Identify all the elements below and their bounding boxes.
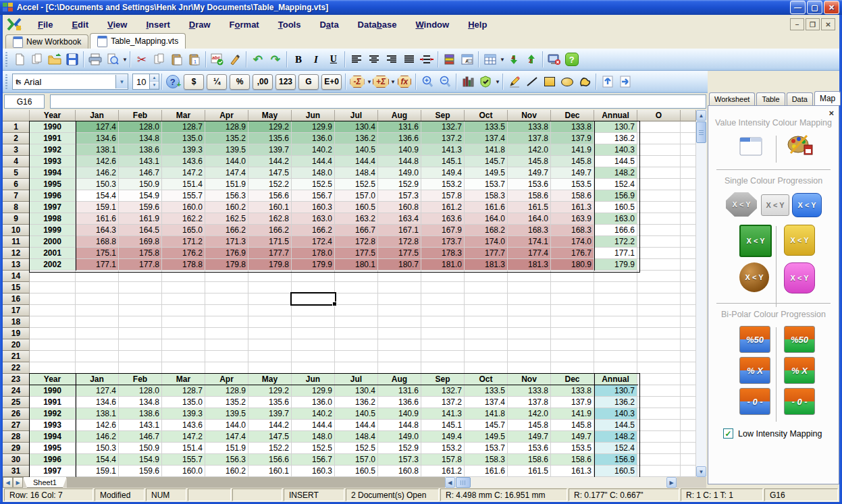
cell-value[interactable]: 149.4	[421, 431, 465, 443]
cell-year[interactable]: 1996	[30, 454, 76, 466]
cell-value[interactable]: 178.0	[292, 248, 335, 259]
cell-empty[interactable]	[508, 362, 551, 374]
cell-empty[interactable]	[508, 271, 551, 282]
paste-special-icon[interactable]: 1	[186, 51, 203, 67]
cell-empty[interactable]	[378, 316, 421, 328]
cell-value[interactable]: 159.1	[76, 202, 119, 213]
row-header-22[interactable]: 22	[3, 362, 30, 374]
cell-empty[interactable]	[681, 328, 696, 339]
bipolar-green-x-button[interactable]: % X	[784, 357, 815, 384]
cell-value[interactable]: 162.8	[248, 213, 292, 225]
cell-value[interactable]: 141.9	[551, 408, 594, 420]
cell-empty[interactable]	[292, 328, 335, 339]
cell-empty[interactable]	[637, 156, 681, 167]
cell-value[interactable]: 147.4	[205, 167, 248, 179]
cell-value[interactable]: 145.8	[551, 156, 594, 167]
cell-value[interactable]: 138.6	[119, 144, 162, 156]
cell-year[interactable]: 1991	[30, 397, 76, 408]
cell-empty[interactable]	[508, 282, 551, 293]
cell-annual[interactable]: 166.6	[594, 225, 637, 236]
cell-value[interactable]: 151.9	[205, 179, 248, 190]
cell-value[interactable]: 136.2	[335, 133, 378, 144]
cell-value[interactable]: 146.2	[76, 431, 119, 443]
validation-icon-dropdown-icon[interactable]: ▼	[495, 79, 500, 85]
cell-empty[interactable]	[637, 385, 681, 397]
cell-value[interactable]: 149.5	[465, 167, 508, 179]
cell-value[interactable]: 137.4	[465, 397, 508, 408]
cell-empty[interactable]	[119, 282, 162, 293]
scroll-right-icon[interactable]: ▶	[666, 477, 677, 488]
cell-empty[interactable]	[637, 420, 681, 431]
cell-empty[interactable]	[119, 305, 162, 316]
cell-empty[interactable]	[30, 282, 76, 293]
menu-edit[interactable]: Edit	[62, 17, 98, 32]
doc-close-button[interactable]: ✕	[821, 18, 835, 30]
cell-value[interactable]: 129.9	[292, 385, 335, 397]
cell-annual[interactable]: 156.9	[594, 454, 637, 466]
cell-empty[interactable]	[292, 293, 335, 305]
cell-empty[interactable]	[248, 351, 292, 362]
cell-value[interactable]: 154.9	[119, 190, 162, 202]
cell-value[interactable]: 156.3	[205, 190, 248, 202]
cell-year[interactable]: 1992	[30, 144, 76, 156]
cell-value[interactable]: 146.7	[119, 431, 162, 443]
cell-value[interactable]: 133.8	[508, 385, 551, 397]
zoom-in-icon[interactable]	[419, 74, 436, 90]
sum-minus-button-dropdown-icon[interactable]: ▼	[367, 79, 372, 85]
format-painter-icon[interactable]	[227, 51, 243, 67]
cell-value[interactable]: 136.6	[378, 133, 421, 144]
cell-value[interactable]: 149.7	[508, 431, 551, 443]
cell-empty[interactable]	[30, 316, 76, 328]
cell-year[interactable]: 1997	[30, 202, 76, 213]
cell-value[interactable]: 157.8	[421, 190, 465, 202]
cell-value[interactable]: 143.1	[119, 420, 162, 431]
cell-table2-header[interactable]: Year	[30, 374, 76, 385]
cell-value[interactable]: 156.7	[292, 190, 335, 202]
cell-empty[interactable]	[378, 339, 421, 351]
cell-value[interactable]: 153.6	[508, 443, 551, 454]
row-header-27[interactable]: 27	[3, 420, 30, 431]
cell-value[interactable]: 161.6	[76, 213, 119, 225]
cell-value[interactable]: 128.9	[205, 385, 248, 397]
cell-value[interactable]: 162.5	[205, 213, 248, 225]
cell-value[interactable]: 135.6	[248, 133, 292, 144]
cell-empty[interactable]	[162, 351, 205, 362]
cell-empty[interactable]	[378, 362, 421, 374]
row-header-16[interactable]: 16	[3, 293, 30, 305]
cell-empty[interactable]	[681, 362, 696, 374]
cell-value[interactable]: 152.9	[378, 179, 421, 190]
panel-tab-table[interactable]: Table	[756, 92, 785, 105]
cell-empty[interactable]	[421, 305, 465, 316]
cell-value[interactable]: 149.7	[551, 167, 594, 179]
cell-value[interactable]: 147.2	[162, 431, 205, 443]
cell-value[interactable]: 139.7	[248, 144, 292, 156]
menu-view[interactable]: View	[98, 17, 136, 32]
cell-year[interactable]: 1992	[30, 408, 76, 420]
cell-value[interactable]: 136.2	[335, 397, 378, 408]
row-header-30[interactable]: 30	[3, 454, 30, 466]
cell-value[interactable]: 134.8	[119, 397, 162, 408]
cell-value[interactable]: 150.3	[76, 443, 119, 454]
cell-reference-box[interactable]: G16	[4, 94, 45, 109]
cell-value[interactable]: 139.7	[248, 408, 292, 420]
cell-empty[interactable]	[292, 316, 335, 328]
cell-empty[interactable]	[205, 328, 248, 339]
cell-empty[interactable]	[119, 351, 162, 362]
cell-empty[interactable]	[637, 167, 681, 179]
cell-empty[interactable]	[421, 351, 465, 362]
column-header-Sep[interactable]: Sep	[421, 110, 465, 121]
cell-value[interactable]: 148.4	[335, 167, 378, 179]
cell-empty[interactable]	[248, 282, 292, 293]
print-icon[interactable]	[87, 51, 103, 67]
cell-value[interactable]: 164.0	[465, 213, 508, 225]
column-header-Jul[interactable]: Jul	[335, 110, 378, 121]
cell-empty[interactable]	[465, 305, 508, 316]
align-right-button[interactable]	[384, 51, 400, 67]
bipolar-blue-zero-button[interactable]: - 0 -	[739, 388, 770, 415]
toolbar-grip[interactable]	[5, 74, 7, 89]
cell-empty[interactable]	[119, 271, 162, 282]
cell-value[interactable]: 149.0	[378, 431, 421, 443]
page-next-icon[interactable]	[617, 74, 633, 90]
row-header-8[interactable]: 8	[3, 202, 30, 213]
row-header-9[interactable]: 9	[3, 213, 30, 225]
